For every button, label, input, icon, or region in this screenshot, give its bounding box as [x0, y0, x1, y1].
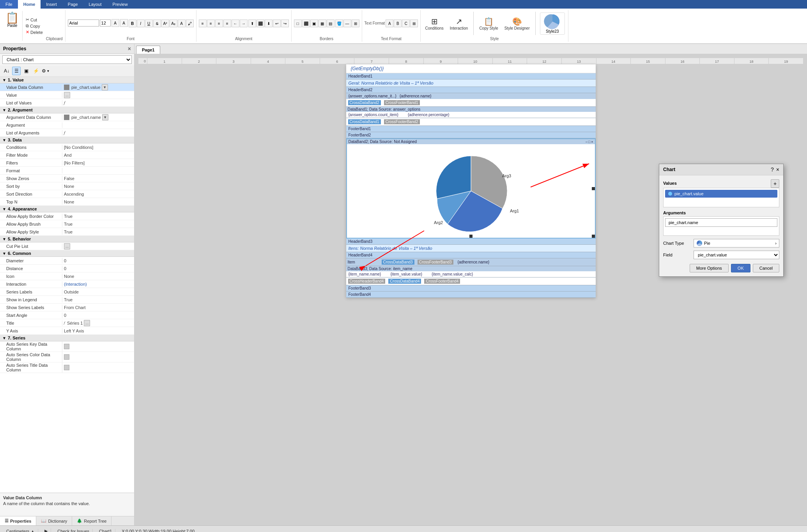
dialog-values-add-btn[interactable]: +: [771, 179, 779, 188]
interaction-button[interactable]: ↗ Interaction: [448, 16, 470, 31]
auto-key-checkbox[interactable]: [64, 344, 69, 349]
section-appearance-header[interactable]: ▼ 4. Appearance: [0, 206, 134, 212]
section-common-header[interactable]: ▼ 6. Common: [0, 250, 134, 257]
settings-button[interactable]: ⚙▼: [41, 67, 50, 75]
prop-row-conditions[interactable]: Conditions [No Conditions]: [0, 143, 134, 151]
prop-row-series-labels[interactable]: Series Labels Outside: [0, 288, 134, 296]
cut-pie-btn[interactable]: …: [64, 243, 70, 249]
copy-style-button[interactable]: 📋 Copy Style: [477, 16, 500, 31]
chart-display-area[interactable]: Arg3 Arg2 Arg1: [347, 144, 595, 238]
tab-report-tree[interactable]: 🌲 Report Tree: [72, 516, 111, 525]
value-edit-btn[interactable]: …: [64, 92, 70, 98]
prop-row-auto-series-color[interactable]: Auto Series Color Data Column: [0, 352, 134, 362]
indent-dec-button[interactable]: ←: [232, 19, 239, 27]
band-restore-btn[interactable]: □: [588, 140, 590, 144]
italic-button[interactable]: I: [137, 19, 145, 27]
align-justify-button[interactable]: ≡: [223, 19, 231, 27]
prop-row-title[interactable]: Title 𝑓 Séries 1 …: [0, 319, 134, 327]
status-units[interactable]: Centimeters ▲: [3, 529, 38, 532]
style-designer-button[interactable]: 🎨 Style Designer: [503, 16, 532, 31]
bold-button[interactable]: B: [129, 19, 136, 27]
band-cross-data2[interactable]: {answer_options.name_it...} {adherence.n…: [346, 93, 596, 107]
ok-button[interactable]: OK: [731, 264, 750, 272]
band-header3[interactable]: HeaderBand3: [346, 239, 596, 245]
font-color-button[interactable]: A: [178, 19, 186, 27]
valign-top-button[interactable]: ⬆: [248, 19, 256, 27]
section-series-header[interactable]: ▼ 7. Series: [0, 335, 134, 341]
dialog-arguments-box[interactable]: pie_chart.name: [663, 216, 779, 236]
band-title1[interactable]: Geral: Norma Relatório de Visita – 1ª Ve…: [346, 80, 596, 87]
tf-expand[interactable]: ⊞: [410, 19, 418, 27]
prop-row-format[interactable]: Format: [0, 167, 134, 175]
pages-button[interactable]: ▣: [22, 67, 30, 75]
dialog-close-btn[interactable]: ×: [776, 166, 779, 173]
prop-row-show-series-labels[interactable]: Show Series Labels From Chart: [0, 304, 134, 311]
status-expand-btn[interactable]: ▶: [41, 528, 51, 532]
cut-button[interactable]: ✂ Cut: [24, 17, 44, 23]
prop-row-brush[interactable]: Allow Apply Brush True: [0, 220, 134, 228]
tab-insert[interactable]: Insert: [41, 0, 62, 9]
events-button[interactable]: ⚡: [32, 67, 40, 75]
valign-bot-button[interactable]: ⬇: [265, 19, 273, 27]
prop-row-sort-dir[interactable]: Sort Direction Ascending: [0, 190, 134, 198]
section-value-header[interactable]: ▼ 1. Value: [0, 77, 134, 83]
copy-button[interactable]: ⧉ Copy: [24, 23, 44, 29]
fill-color-btn[interactable]: 🪣: [335, 19, 343, 27]
font-size-input[interactable]: [100, 19, 111, 27]
resize-handle-bottom[interactable]: [469, 235, 473, 238]
indent-inc-button[interactable]: →: [240, 19, 248, 27]
prop-row-auto-series-key[interactable]: Auto Series Key Data Column: [0, 341, 134, 352]
resize-handle-br[interactable]: [592, 235, 595, 238]
prop-row-list-args[interactable]: List of Arguments 𝑓: [0, 129, 134, 137]
border-btn1[interactable]: □: [294, 19, 302, 27]
prop-row-list-values[interactable]: List of Values 𝑓: [0, 99, 134, 107]
prop-row-filter-mode[interactable]: Filter Mode And: [0, 151, 134, 159]
align-left-button[interactable]: ≡: [199, 19, 207, 27]
conditions-button[interactable]: ⊞ Conditions: [423, 16, 445, 31]
section-data-header[interactable]: ▼ 3. Data: [0, 137, 134, 143]
band-data2-chart[interactable]: DataBand2; Data Source: Not Assigned − □…: [346, 138, 596, 239]
canvas-content[interactable]: 0 1 2 3 4 5 6 7 8 9 10 11 12 13 14 15 16…: [134, 54, 807, 525]
value-data-dropdown-btn[interactable]: ▼: [102, 84, 108, 90]
band-footer4[interactable]: FooterBand4: [346, 292, 596, 298]
band-footer3[interactable]: FooterBand3: [346, 285, 596, 292]
band-cross-header4[interactable]: CrossHeaderBand4 CrossDataBand4 CrossFoo…: [346, 277, 596, 285]
font-grow-button[interactable]: A: [111, 19, 119, 27]
rtl-button[interactable]: ↩: [273, 19, 281, 27]
dialog-values-box[interactable]: pie_chart.value: [663, 188, 779, 207]
border-btn4[interactable]: ▦: [319, 19, 326, 27]
title-edit-btn[interactable]: …: [84, 320, 90, 326]
arg-data-dropdown-btn[interactable]: ▼: [102, 114, 108, 120]
font-shrink-button[interactable]: A: [120, 19, 128, 27]
band-title2[interactable]: Itens: Norma Relatório de Visita – 1ª Ve…: [346, 245, 596, 252]
style23-button[interactable]: Style23: [540, 12, 565, 35]
align-right-button[interactable]: ≡: [215, 19, 223, 27]
dialog-help-btn[interactable]: ?: [771, 166, 774, 173]
section-behavior-header[interactable]: ▼ 5. Behavior: [0, 236, 134, 242]
band-cross-items[interactable]: Item CrossDataBand3 CrossFooterBand3 {ad…: [346, 258, 596, 266]
tf-btn2[interactable]: B: [394, 19, 402, 27]
band-minimize-btn[interactable]: −: [586, 140, 588, 144]
subscript-button[interactable]: A₂: [170, 19, 177, 27]
more-options-button[interactable]: More Options: [690, 264, 729, 272]
auto-color-checkbox[interactable]: [64, 354, 69, 360]
band-close-btn[interactable]: ×: [591, 140, 593, 144]
prop-row-argument[interactable]: Argument: [0, 121, 134, 129]
prop-row-show-zeros[interactable]: Show Zeros False: [0, 175, 134, 182]
prop-row-show-legend[interactable]: Show in Legend True: [0, 296, 134, 304]
underline-button[interactable]: U: [145, 19, 153, 27]
font-family-input[interactable]: [68, 19, 99, 27]
canvas-tab-page1[interactable]: Page1: [136, 46, 160, 54]
delete-button[interactable]: ✕ Delete: [24, 29, 44, 35]
panel-close-button[interactable]: ×: [128, 46, 131, 52]
dialog-field-select[interactable]: pie_chart.value: [694, 251, 779, 259]
tab-layout[interactable]: Layout: [83, 0, 107, 9]
resize-handle-right[interactable]: [592, 187, 595, 190]
tab-page[interactable]: Page: [62, 0, 83, 9]
band-header2[interactable]: HeaderBand2: [346, 87, 596, 93]
tab-home[interactable]: Home: [18, 0, 41, 9]
prop-row-filters[interactable]: Filters [No Filters]: [0, 159, 134, 167]
sort-alpha-button[interactable]: A↓: [2, 67, 11, 75]
ltr-button[interactable]: ↪: [281, 19, 289, 27]
band-footer2[interactable]: FooterBand2: [346, 132, 596, 138]
